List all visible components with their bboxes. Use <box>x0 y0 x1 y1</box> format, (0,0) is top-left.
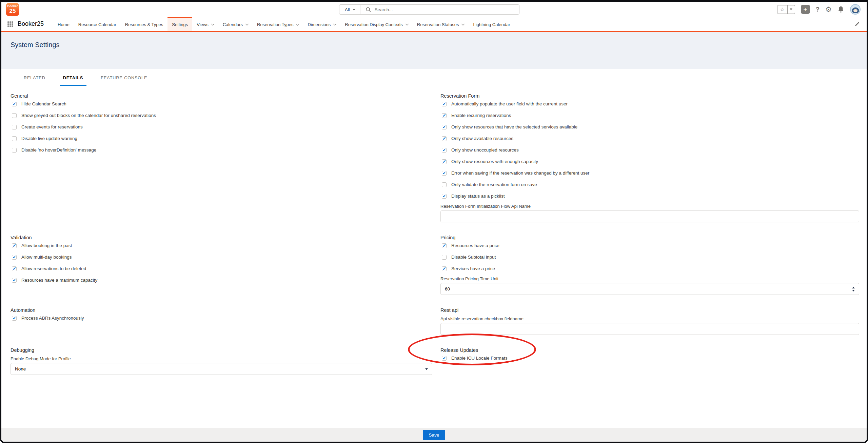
checkbox[interactable] <box>12 136 17 141</box>
checkbox-label: Enable ICU Locale Formats <box>451 356 508 361</box>
favorites-dropdown[interactable] <box>788 5 795 14</box>
nav-tab[interactable]: Dimensions <box>303 17 340 31</box>
checkbox[interactable] <box>442 171 447 176</box>
debug-mode-select[interactable]: None <box>11 363 432 375</box>
checkbox-row: Disable Subtotal input <box>442 255 859 260</box>
checkbox[interactable] <box>12 113 17 118</box>
flow-api-name-field: Reservation Form Initialization Flow Api… <box>440 204 859 222</box>
nav-tab[interactable]: Settings <box>167 17 192 31</box>
chevron-down-icon <box>245 22 249 25</box>
global-actions-icon[interactable]: + <box>801 5 810 14</box>
checkbox-label: Resources have a maximum capacity <box>21 278 97 283</box>
edit-pencil-icon[interactable] <box>854 21 860 27</box>
chevron-down-icon <box>405 22 409 25</box>
section-title: General <box>11 93 432 99</box>
nav-tab[interactable]: Calendars <box>218 17 253 31</box>
nav-tab-label: Reservation Statuses <box>417 22 459 27</box>
record-tab[interactable]: FEATURE CONSOLE <box>99 76 149 86</box>
nav-tab-label: Resource Calendar <box>78 22 116 27</box>
checkbox[interactable] <box>12 148 17 153</box>
checkbox-label: Disable 'no hoverDefinition' message <box>21 148 96 153</box>
gear-icon[interactable]: ⚙ <box>825 6 832 13</box>
checkbox[interactable] <box>12 243 17 248</box>
nav-tab[interactable]: Resources & Types <box>121 17 167 31</box>
checkbox[interactable] <box>12 255 17 260</box>
checkbox-label: Allow booking in the past <box>21 243 72 248</box>
api-checkbox-fieldname-input[interactable] <box>440 323 859 335</box>
booker25-logo: Booker 25 <box>6 3 19 16</box>
checkbox-label: Create events for reservations <box>21 125 83 129</box>
app-launcher-waffle-icon[interactable] <box>7 21 13 27</box>
checkbox-label: Disable Subtotal input <box>451 255 496 260</box>
checkbox[interactable] <box>442 266 447 271</box>
page-header: System Settings <box>1 32 867 69</box>
nav-tab[interactable]: Reservation Statuses <box>413 17 469 31</box>
nav-tab-label: Views <box>197 22 208 27</box>
flow-api-name-input[interactable] <box>440 210 859 222</box>
stepper-down-icon[interactable] <box>852 290 855 291</box>
checkbox-label: Only show resources that have the select… <box>451 125 577 129</box>
checkbox[interactable] <box>442 136 447 141</box>
record-tabs: RELATED DETAILS FEATURE CONSOLE <box>1 69 867 86</box>
checkbox[interactable] <box>12 266 17 271</box>
global-header: Booker 25 All Search... ☆ + ? ⚙ <box>1 2 867 17</box>
checkbox[interactable] <box>442 148 447 153</box>
record-tab[interactable]: DETAILS <box>62 76 85 86</box>
checkbox[interactable] <box>442 102 447 106</box>
checkbox-row: Allow booking in the past <box>12 243 432 248</box>
nav-tab[interactable]: Home <box>53 17 74 31</box>
header-utility-icons: ☆ + ? ⚙ <box>777 4 861 15</box>
checkbox-row: Enable recurring reservations <box>442 113 859 118</box>
nav-tab-label: Resources & Types <box>125 22 163 27</box>
checkbox-row: Create events for reservations <box>12 125 432 129</box>
section-reservation-form: Reservation Form Automatically populate … <box>440 93 859 222</box>
record-tab[interactable]: RELATED <box>22 76 47 86</box>
field-label: Reservation Pricing Time Unit <box>440 277 859 281</box>
favorites-star-icon[interactable]: ☆ <box>777 5 788 14</box>
nav-tab[interactable]: Views <box>192 17 218 31</box>
checkbox-row: Error when saving if the reservation was… <box>442 171 859 176</box>
stepper-up-icon[interactable] <box>852 287 855 288</box>
checkbox[interactable] <box>12 278 17 283</box>
checkbox-row: Services have a price <box>442 266 859 271</box>
number-stepper[interactable] <box>852 287 855 291</box>
checkbox[interactable] <box>12 102 17 106</box>
checkbox[interactable] <box>12 316 17 321</box>
pricing-time-unit-value: 60 <box>445 286 450 291</box>
checkbox[interactable] <box>442 113 447 118</box>
debug-mode-selected-value: None <box>15 366 26 371</box>
section-title: Rest api <box>440 307 859 313</box>
checkbox-row: Allow multi-day bookings <box>12 255 432 260</box>
checkbox-row: Only show resources with enough capacity <box>442 159 859 164</box>
checkbox-label: Only show available resources <box>451 136 513 141</box>
nav-tab[interactable]: Resource Calendar <box>74 17 121 31</box>
nav-tab-label: Lightning Calendar <box>473 22 510 27</box>
checkbox[interactable] <box>442 194 447 199</box>
nav-tab[interactable]: Reservation Display Contexts <box>340 17 413 31</box>
checkbox[interactable] <box>442 243 447 248</box>
section-validation: Validation Allow booking in the past All… <box>11 235 432 283</box>
nav-tab[interactable]: Reservation Types <box>253 17 303 31</box>
checkbox[interactable] <box>442 255 447 260</box>
nav-tabs: Home Resource Calendar Resources & Types… <box>53 17 515 31</box>
bell-icon[interactable] <box>837 6 844 13</box>
section-title: Debugging <box>11 347 432 353</box>
field-label: Enable Debug Mode for Profile <box>11 357 432 361</box>
checkbox[interactable] <box>442 356 447 361</box>
search-scope-dropdown[interactable]: All <box>339 5 360 14</box>
help-icon[interactable]: ? <box>816 6 820 13</box>
checkbox[interactable] <box>442 182 447 187</box>
record-tab-label: RELATED <box>24 76 45 80</box>
pricing-time-unit-input[interactable]: 60 <box>440 283 859 295</box>
user-avatar[interactable] <box>850 4 861 15</box>
global-search[interactable]: All Search... <box>339 4 519 15</box>
select-arrow-icon <box>425 368 428 370</box>
checkbox[interactable] <box>12 125 17 129</box>
checkbox[interactable] <box>442 125 447 129</box>
nav-tab[interactable]: Lightning Calendar <box>469 17 514 31</box>
checkbox[interactable] <box>442 159 447 164</box>
save-button[interactable]: Save <box>423 430 446 440</box>
checkbox-label: Resources have a price <box>451 243 499 248</box>
checkbox-row: Only show unoccupied resources <box>442 148 859 153</box>
checkbox-label: Allow reservations to be deleted <box>21 266 86 271</box>
